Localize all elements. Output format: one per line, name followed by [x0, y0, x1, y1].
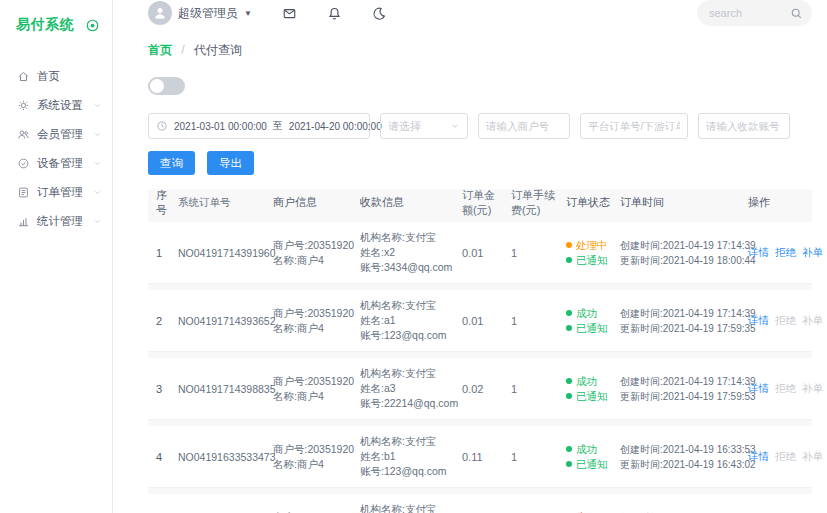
time-line: 更新时间:2021-04-19 16:43:02 [620, 457, 740, 472]
action-detail-link[interactable]: 详情 [748, 450, 769, 464]
sidebar-item-home[interactable]: 首页 [0, 62, 112, 91]
time-line: 创建时间:2021-04-19 16:33:53 [620, 442, 740, 457]
row-actions: 详情拒绝补单补发 [744, 314, 827, 328]
sidebar-item-device-management[interactable]: 设备管理 [0, 149, 112, 178]
sidebar-item-label: 会员管理 [37, 127, 83, 142]
users-icon [17, 128, 30, 141]
payee-info: 机构名称:支付宝姓名:a1账号:123@qq.com [356, 298, 458, 343]
order-no-input[interactable] [580, 113, 688, 139]
breadcrumb-home-link[interactable]: 首页 [148, 43, 172, 57]
main-area: 超级管理员 ▼ 首页 / 代付 [113, 0, 827, 513]
sidebar-item-system-settings[interactable]: 系统设置 [0, 91, 112, 120]
payee-line: 姓名:b1 [360, 449, 454, 464]
sidebar-item-label: 系统设置 [37, 98, 83, 113]
header-merchant: 商户信息 [269, 195, 356, 210]
merchant-line: 商户号:20351920 [273, 306, 352, 321]
export-button[interactable]: 导出 [207, 151, 254, 175]
status-dot-icon [566, 378, 572, 384]
order-time: 创建时间:2021-04-19 17:14:39更新时间:2021-04-19 … [616, 238, 744, 268]
collapse-sidebar-icon[interactable] [85, 18, 100, 33]
payee-line: 机构名称:支付宝 [360, 434, 454, 449]
status-badge: 已通知 [566, 457, 612, 472]
payee-info: 机构名称:支付宝姓名:b1账号:123@qq.com [356, 434, 458, 479]
table-header-row: 序号 系统订单号 商户信息 收款信息 订单金额(元) 订单手续费(元) 订单状态… [148, 189, 812, 216]
status-dot-icon [566, 393, 572, 399]
user-menu[interactable]: 超级管理员 ▼ [148, 1, 252, 25]
moon-icon[interactable] [372, 6, 387, 21]
status-badge: 成功 [566, 442, 612, 457]
search-icon[interactable] [790, 7, 803, 20]
sidebar-header: 易付系统 [0, 0, 112, 34]
payee-line: 姓名:x2 [360, 245, 454, 260]
row-index: 3 [148, 383, 174, 395]
status-dot-icon [566, 310, 572, 316]
status-dot-icon [566, 446, 572, 452]
chevron-down-icon [450, 121, 460, 131]
toggle-knob [150, 79, 164, 93]
header-status: 订单状态 [562, 195, 616, 210]
breadcrumb: 首页 / 代付查询 [148, 42, 812, 59]
order-time: 创建时间:2021-04-19 17:14:39更新时间:2021-04-19 … [616, 306, 744, 336]
order-fee: 1 [507, 315, 562, 327]
table-row: 2NO04191714393652商户号:20351920名称:商户4机构名称:… [148, 290, 812, 352]
action-detail-link[interactable]: 详情 [748, 246, 769, 260]
order-status: 成功已通知 [562, 374, 616, 404]
action-supplement-order-link[interactable]: 补单 [802, 246, 823, 260]
payee-account-input[interactable] [698, 113, 790, 139]
merchant-no-input[interactable] [478, 113, 570, 139]
order-status: 成功已通知 [562, 306, 616, 336]
sidebar-item-statistics-management[interactable]: 统计管理 [0, 207, 112, 236]
status-select[interactable]: 请选择 [380, 113, 468, 139]
time-line: 更新时间:2021-04-19 17:59:35 [620, 321, 740, 336]
header-order-no: 系统订单号 [174, 196, 269, 210]
order-amount: 0.01 [458, 247, 507, 259]
button-row: 查询 导出 [148, 151, 812, 175]
merchant-info: 商户号:20351920名称:商户4 [269, 510, 356, 513]
status-text: 已通知 [576, 389, 608, 404]
mail-icon[interactable] [282, 6, 297, 21]
header-actions: 操作 [744, 195, 812, 210]
status-dot-icon [566, 325, 572, 331]
chevron-down-icon [93, 159, 102, 168]
chevron-down-icon [93, 217, 102, 226]
payee-line: 账号:3434@qq.com [360, 260, 454, 275]
table-row: 4NO04191633533473商户号:20351920名称:商户4机构名称:… [148, 426, 812, 488]
topbar: 超级管理员 ▼ [113, 0, 827, 26]
status-text: 失败 [576, 510, 597, 513]
search-input[interactable] [709, 7, 790, 19]
query-button[interactable]: 查询 [148, 151, 195, 175]
action-reject-link[interactable]: 拒绝 [775, 246, 796, 260]
row-actions: 详情拒绝补单补发 [744, 450, 827, 464]
merchant-info: 商户号:20351920名称:商户4 [269, 238, 356, 268]
date-range-picker[interactable]: 2021-03-01 00:00:00 至 2021-04-20 00:00:0… [148, 113, 370, 139]
avatar [148, 1, 172, 25]
toggle-switch[interactable] [148, 77, 185, 95]
time-line: 更新时间:2021-04-19 17:59:53 [620, 389, 740, 404]
action-detail-link[interactable]: 详情 [748, 382, 769, 396]
chevron-down-icon [93, 188, 102, 197]
toggle-row [148, 77, 812, 99]
merchant-line: 名称:商户4 [273, 321, 352, 336]
status-text: 成功 [576, 374, 597, 389]
sidebar-item-label: 订单管理 [37, 185, 83, 200]
status-text: 处理中 [576, 238, 608, 253]
header-fee: 订单手续费(元) [507, 188, 562, 218]
order-time: 创建时间:2021-04-19 16:33:53更新时间:2021-04-19 … [616, 510, 744, 513]
sidebar-item-member-management[interactable]: 会员管理 [0, 120, 112, 149]
payee-line: 机构名称:支付宝 [360, 502, 454, 513]
bell-icon[interactable] [327, 6, 342, 21]
date-start-value: 2021-03-01 00:00:00 [174, 121, 267, 132]
sidebar-item-order-management[interactable]: 订单管理 [0, 178, 112, 207]
payee-info: 机构名称:支付宝姓名:x2账号:3434@qq.com [356, 230, 458, 275]
status-text: 成功 [576, 442, 597, 457]
system-order-no: NO04191714393652 [174, 315, 269, 327]
row-actions: 详情拒绝补单补发 [744, 246, 827, 260]
sidebar-item-label: 统计管理 [37, 214, 83, 229]
merchant-info: 商户号:20351920名称:商户4 [269, 306, 356, 336]
time-line: 创建时间:2021-04-19 17:14:39 [620, 238, 740, 253]
app-logo: 易付系统 [16, 16, 74, 34]
caret-down-icon: ▼ [244, 9, 252, 18]
action-detail-link[interactable]: 详情 [748, 314, 769, 328]
merchant-info: 商户号:20351920名称:商户4 [269, 442, 356, 472]
row-index: 4 [148, 451, 174, 463]
